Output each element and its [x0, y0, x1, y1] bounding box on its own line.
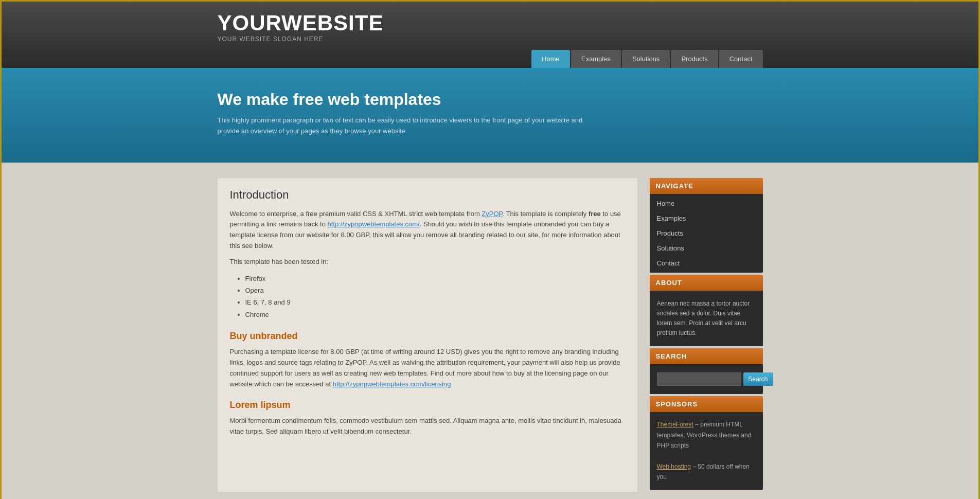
nav-item-solutions[interactable]: Solutions	[622, 50, 670, 68]
list-item: Firefox	[245, 273, 625, 284]
search-button[interactable]: Search	[743, 372, 773, 386]
sidebar-item-solutions[interactable]: Solutions	[650, 241, 763, 256]
hero-description: This highly prominent paragraph or two o…	[218, 115, 588, 137]
sidebar-sponsors-text: ThemeForest – premium HTML templates, Wo…	[650, 414, 763, 487]
sidebar-navigate-title: NAVIGATE	[650, 178, 763, 194]
intro-paragraph-2: This template has been tested in:	[230, 257, 625, 268]
nav-item-home[interactable]: Home	[531, 50, 570, 68]
sidebar-about-text: Aenean nec massa a tortor auctor sodales…	[650, 293, 763, 345]
sidebar-item-products[interactable]: Products	[650, 226, 763, 241]
sidebar-about-content: Aenean nec massa a tortor auctor sodales…	[650, 291, 763, 347]
list-item: Chrome	[245, 309, 625, 320]
sidebar-navigate-section: NAVIGATE HomeExamplesProductsSolutionsCo…	[650, 178, 763, 273]
main-layout: Introduction Welcome to enterprise, a fr…	[207, 163, 773, 499]
sidebar-sponsors-content: ThemeForest – premium HTML templates, Wo…	[650, 412, 763, 489]
hero-heading: We make free web templates	[218, 90, 763, 109]
hero-banner: We make free web templates This highly p…	[2, 69, 978, 163]
sidebar-item-contact[interactable]: Contact	[650, 256, 763, 271]
zypop-link[interactable]: ZyPOP	[482, 210, 502, 218]
sidebar-about-title: ABOUT	[650, 275, 763, 291]
sidebar-sponsors-title: SPONSORS	[650, 396, 763, 412]
tested-list: FirefoxOperaIE 6, 7, 8 and 9Chrome	[245, 273, 625, 321]
zypop-url-link[interactable]: http://zypopwebtemplates.com/	[328, 220, 420, 228]
main-nav: HomeExamplesSolutionsProductsContact	[218, 50, 763, 68]
web-hosting-link[interactable]: Web hosting	[657, 463, 691, 470]
lorem-heading: Lorem lipsum	[230, 400, 625, 411]
intro-paragraph-1: Welcome to enterprise, a free premium va…	[230, 209, 625, 252]
nav-item-examples[interactable]: Examples	[571, 50, 621, 68]
content-area: Introduction Welcome to enterprise, a fr…	[218, 178, 637, 492]
sidebar-search-title: SEARCH	[650, 348, 763, 364]
search-input[interactable]	[657, 372, 741, 386]
sidebar-search-section: SEARCH Search	[650, 348, 763, 394]
intro-heading: Introduction	[230, 188, 625, 202]
site-title: YOURWEBSITE	[218, 11, 763, 35]
sidebar-sponsors-section: SPONSORS ThemeForest – premium HTML temp…	[650, 396, 763, 489]
list-item: Opera	[245, 284, 625, 296]
sidebar-nav-list: HomeExamplesProductsSolutionsContact	[650, 194, 763, 273]
themeforest-link[interactable]: ThemeForest	[657, 421, 693, 428]
sidebar-item-home[interactable]: Home	[650, 196, 763, 211]
sidebar-search-content: Search	[650, 364, 763, 394]
lorem-paragraph: Morbi fermentum condimentum felis, commo…	[230, 416, 625, 437]
list-item: IE 6, 7, 8 and 9	[245, 296, 625, 308]
sidebar: NAVIGATE HomeExamplesProductsSolutionsCo…	[650, 178, 763, 492]
sidebar-about-section: ABOUT Aenean nec massa a tortor auctor s…	[650, 275, 763, 347]
nav-item-products[interactable]: Products	[671, 50, 718, 68]
nav-item-contact[interactable]: Contact	[719, 50, 763, 68]
buy-heading: Buy unbranded	[230, 331, 625, 342]
licensing-link[interactable]: http://zypopwebtemplates.com/licensing	[333, 380, 451, 388]
buy-paragraph: Purchasing a template license for 8.00 G…	[230, 347, 625, 389]
header: YOURWEBSITE YOUR WEBSITE SLOGAN HERE Hom…	[2, 2, 978, 69]
sidebar-item-examples[interactable]: Examples	[650, 211, 763, 226]
site-slogan: YOUR WEBSITE SLOGAN HERE	[218, 35, 763, 43]
